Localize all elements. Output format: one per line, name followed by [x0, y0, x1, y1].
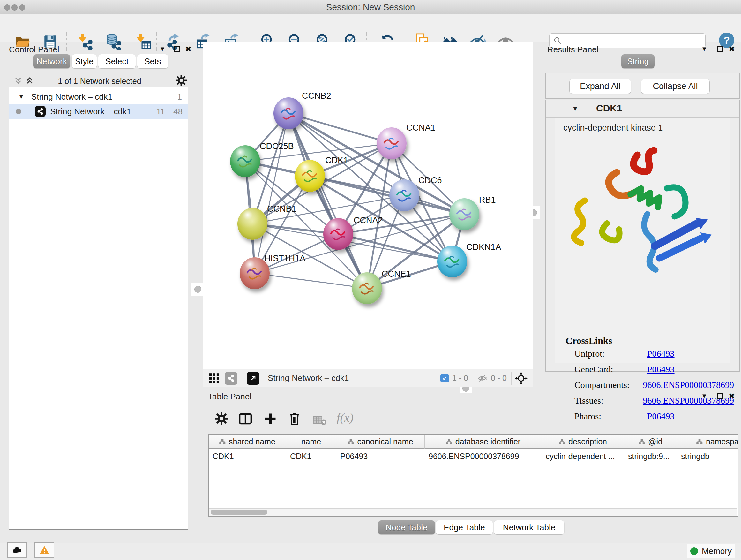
column-type-icon: [219, 439, 226, 444]
title-bar: Session: New Session: [0, 0, 741, 14]
column-header[interactable]: namespace: [677, 435, 738, 449]
table-cell[interactable]: stringdb: [677, 449, 738, 463]
network-node-ccna2[interactable]: [323, 218, 353, 250]
protein-expander-icon[interactable]: ▼: [572, 105, 579, 112]
tab-sets[interactable]: Sets: [137, 54, 168, 68]
protein-structure-thumb: [323, 218, 353, 250]
left-splitter-handle[interactable]: [192, 283, 204, 296]
hidden-eye-icon: [477, 373, 488, 384]
node-label-ccna1: CCNA1: [406, 123, 435, 133]
selected-checkbox-icon[interactable]: [441, 374, 449, 382]
control-panel-menu-icon[interactable]: ▼: [159, 45, 165, 53]
table-cell[interactable]: CDK1: [209, 449, 286, 463]
function-builder-icon: f(x): [337, 411, 354, 425]
network-edge[interactable]: [255, 113, 288, 273]
network-node-cdk1[interactable]: [295, 160, 325, 192]
network-canvas[interactable]: CCNB2 CCNA1 CDC25B CDK1 CDC6 RB1CCNB1 CC…: [203, 42, 533, 369]
crosslink-row: GeneCard: P06493: [575, 364, 734, 374]
tab-style[interactable]: Style: [72, 54, 97, 68]
string-network-icon: [35, 106, 46, 117]
table-options-gear-icon[interactable]: [215, 412, 228, 425]
window-title: Session: New Session: [0, 2, 741, 12]
control-panel-close-icon[interactable]: ✖: [185, 45, 192, 54]
network-node-ccna1[interactable]: [377, 127, 407, 159]
column-header[interactable]: name: [286, 435, 336, 449]
table-hscrollbar-thumb[interactable]: [211, 509, 267, 515]
collapse-all-button[interactable]: Collapse All: [641, 79, 710, 94]
results-panel-float-icon[interactable]: [717, 45, 724, 52]
column-header[interactable]: description: [542, 435, 624, 449]
table-cell[interactable]: P06493: [336, 449, 425, 463]
table-panel-float-icon[interactable]: [717, 392, 724, 399]
network-node-rb1[interactable]: [449, 198, 479, 230]
cloud-button[interactable]: [7, 543, 27, 558]
column-header[interactable]: canonical name: [336, 435, 425, 449]
warnings-button[interactable]: [35, 543, 54, 558]
expand-all-button[interactable]: Expand All: [569, 79, 631, 94]
table-cell[interactable]: 9606.ENSP00000378699: [425, 449, 542, 463]
table-cell[interactable]: stringdb:9...: [624, 449, 677, 463]
network-edge[interactable]: [288, 113, 392, 143]
tab-select[interactable]: Select: [98, 54, 136, 68]
network-node-cdc25b[interactable]: [230, 145, 260, 177]
table-cell[interactable]: CDK1: [286, 449, 336, 463]
results-panel-title: Results Panel: [547, 45, 598, 55]
results-panel-close-icon[interactable]: ✖: [729, 45, 735, 54]
network-edge[interactable]: [255, 273, 367, 288]
protein-structure-thumb: [295, 160, 325, 192]
memory-status-icon: [690, 547, 698, 555]
tab-edge-table[interactable]: Edge Table: [436, 520, 493, 535]
node-label-ccnb1: CCNB1: [267, 204, 296, 214]
node-table[interactable]: shared namenamecanonical namedatabase id…: [208, 434, 738, 517]
results-actions-box: Expand All Collapse All: [545, 73, 740, 99]
crosslink-label: GeneCard:: [575, 364, 647, 374]
create-column-icon[interactable]: [263, 412, 277, 426]
protein-detail-area: cyclin-dependent kinase 1: [555, 118, 730, 363]
birdseye-toggle-icon[interactable]: [515, 372, 528, 385]
results-panel-menu-icon[interactable]: ▼: [701, 45, 708, 53]
network-node-cdkn1a[interactable]: [437, 246, 467, 277]
column-header[interactable]: shared name: [209, 435, 286, 449]
tab-string[interactable]: String: [621, 54, 655, 68]
network-node-ccne1[interactable]: [352, 272, 382, 304]
cloud-icon: [11, 546, 23, 554]
node-label-ccne1: CCNE1: [382, 269, 411, 279]
column-header[interactable]: database identifier: [425, 435, 542, 449]
network-row-label: String Network – cdk1: [50, 107, 131, 117]
show-columns-icon[interactable]: [239, 412, 253, 426]
column-header[interactable]: @id: [624, 435, 677, 449]
tab-network[interactable]: Network: [33, 54, 70, 68]
network-list: ▼ String Network – cdk1 1 String Network…: [9, 87, 188, 530]
node-label-cdkn1a: CDKN1A: [466, 242, 501, 252]
column-type-icon: [638, 439, 645, 444]
network-node-ccnb1[interactable]: [238, 208, 267, 240]
node-label-hist1h1a: HIST1H1A: [264, 253, 306, 263]
protein-structure-thumb: [230, 145, 260, 177]
memory-label: Memory: [702, 546, 732, 556]
node-label-ccnb2: CCNB2: [302, 91, 331, 101]
crosslink-link[interactable]: P06493: [647, 364, 675, 374]
delete-column-icon[interactable]: [287, 411, 301, 426]
table-panel-close-icon[interactable]: ✖: [729, 392, 735, 401]
crosslink-link[interactable]: P06493: [647, 349, 675, 359]
network-options-gear-icon[interactable]: [176, 75, 187, 86]
network-node-cdc6[interactable]: [389, 179, 419, 211]
tree-expander-icon[interactable]: ▼: [18, 93, 24, 100]
network-node-ccnb2[interactable]: [273, 98, 304, 129]
control-panel-float-icon[interactable]: [174, 45, 181, 52]
crosslink-link[interactable]: 9606.ENSP00000378699: [643, 380, 734, 390]
network-row-selected[interactable]: String Network – cdk1 11 48: [9, 104, 188, 119]
network-collection-label: String Network – cdk1: [31, 92, 112, 102]
table-panel-menu-icon[interactable]: ▼: [701, 392, 708, 400]
detach-view-icon[interactable]: [247, 372, 259, 385]
tab-network-table[interactable]: Network Table: [494, 520, 564, 535]
grid-view-icon[interactable]: [208, 372, 220, 384]
tab-node-table[interactable]: Node Table: [378, 520, 435, 535]
crosslink-label: Uniprot:: [575, 349, 647, 359]
memory-button[interactable]: Memory: [687, 544, 735, 558]
table-cell[interactable]: cyclin-dependent ...: [542, 449, 624, 463]
network-collection-count: 1: [178, 92, 182, 102]
network-collection-row[interactable]: ▼ String Network – cdk1 1: [9, 89, 188, 104]
string-view-icon[interactable]: [225, 372, 238, 385]
protein-description: cyclin-dependent kinase 1: [563, 123, 663, 133]
